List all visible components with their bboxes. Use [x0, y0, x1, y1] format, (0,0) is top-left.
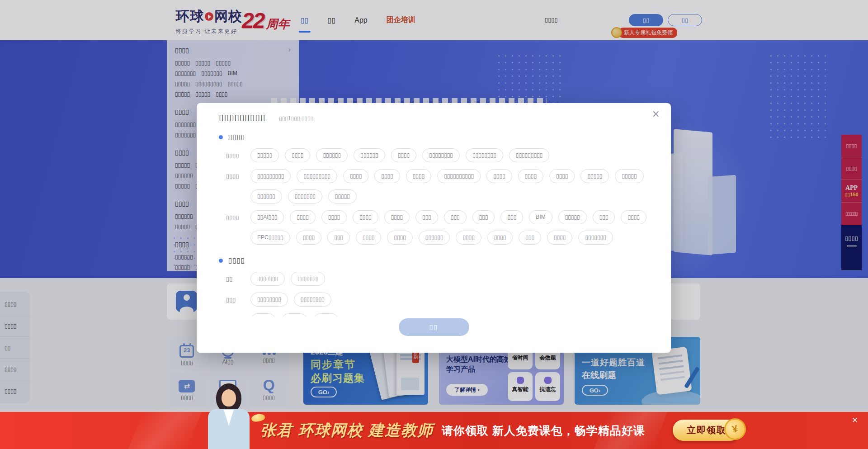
course-chip[interactable]: EPC▯▯▯▯▯ — [250, 231, 290, 245]
course-chip[interactable]: ▯▯▯▯▯▯▯▯▯ — [297, 169, 337, 183]
course-chip[interactable]: ▯▯▯ — [593, 210, 615, 224]
modal-body: ▯▯▯▯▯▯▯▯▯▯▯▯▯▯▯▯▯▯▯▯▯▯▯▯▯▯▯▯▯▯▯▯▯▯▯▯▯▯▯▯… — [219, 129, 653, 317]
course-chip[interactable]: ▯▯▯▯▯▯▯▯ — [294, 293, 331, 307]
modal-group-label: ▯▯▯▯ — [219, 169, 250, 203]
course-chip[interactable]: ▯▯▯▯ — [621, 210, 646, 224]
course-chip[interactable]: ▯▯▯▯ — [353, 210, 378, 224]
modal-subtitle: ▯▯▯1▯▯▯ ▯▯▯▯ — [279, 115, 313, 122]
modal-group-label: ▯▯▯▯ — [219, 148, 250, 162]
modal-group-label: ▯▯▯ — [219, 293, 250, 307]
course-chip[interactable]: ▯▯▯▯ — [456, 231, 481, 245]
course-chip[interactable]: ▯▯▯▯ — [549, 169, 575, 183]
modal-section-title: ▯▯▯▯ — [228, 256, 245, 265]
course-chip[interactable]: ▯▯▯▯▯▯▯▯ — [250, 293, 288, 307]
course-chip[interactable]: ▯▯▯▯▯ — [328, 189, 357, 203]
course-chip[interactable]: ▯▯▯▯ — [321, 210, 347, 224]
chip-list: ▯▯▯▯▯▯▯▯▯▯▯▯ — [250, 313, 650, 317]
course-chip[interactable]: ▯▯AI▯▯▯ — [250, 210, 284, 224]
course-chip[interactable]: ▯▯▯▯▯▯▯▯▯ — [509, 148, 549, 162]
course-chip[interactable]: ▯▯▯▯▯▯▯ — [291, 272, 325, 286]
course-chip[interactable]: ▯▯▯▯▯▯▯ — [578, 231, 613, 245]
modal-group-label: ▯▯▯▯ — [219, 210, 250, 245]
course-chip[interactable]: ▯▯▯▯▯▯ — [250, 189, 282, 203]
course-chip[interactable]: ▯▯▯▯▯▯▯▯ — [422, 148, 460, 162]
course-chip[interactable]: ▯▯▯▯ — [374, 169, 400, 183]
course-chip[interactable]: ▯▯▯▯ — [282, 313, 307, 317]
close-icon[interactable]: ✕ — [652, 109, 660, 119]
course-chip[interactable]: ▯▯▯▯ — [391, 148, 416, 162]
course-chip[interactable]: ▯▯▯▯ — [406, 169, 431, 183]
promo-close-icon[interactable]: ✕ — [852, 416, 858, 425]
promo-text-row: 张君 环球网校 建造教师 请你领取 新人免费课包，畅学精品好课 — [260, 412, 645, 449]
modal-title: ▯▯▯▯▯▯▯▯▯ — [219, 112, 265, 123]
chip-list: ▯▯▯▯▯▯▯▯▯▯▯▯▯▯ — [250, 272, 650, 286]
chip-list: ▯▯▯▯▯▯▯▯▯▯▯▯▯▯▯▯▯▯▯▯▯▯▯▯▯▯▯▯▯▯▯▯▯▯▯▯▯▯▯▯… — [250, 148, 650, 162]
chip-list: ▯▯AI▯▯▯▯▯▯▯▯▯▯▯▯▯▯▯▯▯▯▯▯▯▯▯▯▯▯▯▯▯▯▯BIM▯▯… — [250, 210, 650, 245]
shine-decor — [128, 412, 202, 449]
course-chip[interactable]: ▯▯▯▯▯▯▯ — [250, 272, 285, 286]
chip-list: ▯▯▯▯▯▯▯▯▯▯▯▯▯▯▯▯ — [250, 293, 650, 307]
modal-group-row: ▯▯▯▯▯▯▯▯▯▯▯▯▯▯▯▯▯▯▯▯▯▯▯▯▯▯▯▯▯▯▯▯▯▯▯▯▯▯▯▯… — [219, 169, 653, 203]
teacher-photo — [204, 383, 254, 449]
course-chip[interactable]: ▯▯▯▯▯▯ — [316, 148, 348, 162]
course-chip[interactable]: BIM — [529, 210, 552, 224]
course-chip[interactable]: ▯▯▯▯▯ — [615, 169, 643, 183]
modal-header: ▯▯▯▯▯▯▯▯▯ ▯▯▯1▯▯▯ ▯▯▯▯ — [219, 112, 313, 123]
course-chip[interactable]: ▯▯▯▯▯▯ — [419, 231, 450, 245]
course-chip[interactable]: ▯▯▯ — [415, 210, 438, 224]
course-chip[interactable]: ▯▯▯▯ — [547, 231, 572, 245]
course-chip[interactable]: ▯▯▯ — [444, 210, 467, 224]
course-chip[interactable]: ▯▯▯▯▯ — [558, 210, 587, 224]
course-chip[interactable]: ▯▯▯▯ — [518, 169, 543, 183]
page: 环球 网校 终身学习 让未来更好 22 周年 ▯▯▯▯App团企培训 ▯▯▯▯ … — [0, 0, 868, 449]
chip-list: ▯▯▯▯▯▯▯▯▯▯▯▯▯▯▯▯▯▯▯▯▯▯▯▯▯▯▯▯▯▯▯▯▯▯▯▯▯▯▯▯… — [250, 169, 650, 203]
course-chip[interactable]: ▯▯▯▯▯▯▯ — [288, 189, 322, 203]
exam-select-modal: ▯▯▯▯▯▯▯▯▯ ▯▯▯1▯▯▯ ▯▯▯▯ ✕ ▯▯▯▯▯▯▯▯▯▯▯▯▯▯▯… — [197, 103, 671, 353]
teacher-face — [222, 389, 236, 406]
promo-teacher-title: 张君 环球网校 建造教师 — [260, 420, 434, 441]
modal-submit-button[interactable]: ▯▯ — [399, 318, 469, 336]
course-chip[interactable]: ▯▯▯▯ — [343, 169, 368, 183]
course-chip[interactable]: ▯▯▯▯ — [313, 313, 339, 317]
modal-group-row: ▯▯▯▯▯▯▯▯▯▯▯▯ — [219, 313, 653, 317]
course-chip[interactable]: ▯▯▯▯ — [296, 231, 321, 245]
course-chip[interactable]: ▯▯▯▯ — [487, 231, 513, 245]
course-chip[interactable]: ▯▯▯ — [500, 210, 523, 224]
course-chip[interactable]: ▯▯▯▯▯ — [580, 169, 609, 183]
modal-group-row: ▯▯▯▯▯▯▯▯▯▯▯▯▯▯▯▯▯▯▯▯▯▯▯▯▯▯▯▯▯▯▯▯▯▯▯▯▯▯▯▯… — [219, 148, 653, 162]
course-chip[interactable]: ▯▯▯▯ — [387, 231, 412, 245]
course-chip[interactable]: ▯▯▯ — [327, 231, 350, 245]
bullet-dot-icon — [219, 259, 223, 263]
course-chip[interactable]: ▯▯▯▯ — [356, 231, 381, 245]
course-chip[interactable]: ▯▯▯▯▯▯▯▯ — [466, 148, 503, 162]
course-chip[interactable]: ▯▯▯▯▯▯▯▯▯ — [250, 169, 291, 183]
course-chip[interactable]: ▯▯▯ — [519, 231, 541, 245]
modal-group-label — [219, 313, 250, 317]
course-chip[interactable]: ▯▯▯▯▯▯▯▯▯▯ — [437, 169, 481, 183]
modal-group-row: ▯▯▯▯▯▯AI▯▯▯▯▯▯▯▯▯▯▯▯▯▯▯▯▯▯▯▯▯▯▯▯▯▯▯▯▯▯▯B… — [219, 210, 653, 245]
modal-section-heading: ▯▯▯▯ — [219, 256, 653, 265]
course-chip[interactable]: ▯▯▯▯ — [250, 313, 276, 317]
modal-section-heading: ▯▯▯▯ — [219, 133, 653, 141]
bullet-dot-icon — [219, 135, 223, 139]
course-chip[interactable]: ▯▯▯▯▯ — [250, 148, 279, 162]
course-chip[interactable]: ▯▯▯ — [472, 210, 495, 224]
modal-section-title: ▯▯▯▯ — [228, 133, 245, 141]
modal-group-label: ▯▯ — [219, 272, 250, 286]
course-chip[interactable]: ▯▯▯▯ — [285, 148, 310, 162]
modal-group-row: ▯▯▯▯▯▯▯▯▯▯▯▯▯▯▯▯ — [219, 272, 653, 286]
course-chip[interactable]: ▯▯▯▯ — [384, 210, 410, 224]
course-chip[interactable]: ▯▯▯▯ — [486, 169, 512, 183]
course-chip[interactable]: ▯▯▯▯ — [290, 210, 315, 224]
promo-offer-text: 请你领取 新人免费课包，畅学精品好课 — [442, 423, 645, 438]
modal-group-row: ▯▯▯▯▯▯▯▯▯▯▯▯▯▯▯▯▯▯▯ — [219, 293, 653, 307]
course-chip[interactable]: ▯▯▯▯▯▯ — [354, 148, 385, 162]
